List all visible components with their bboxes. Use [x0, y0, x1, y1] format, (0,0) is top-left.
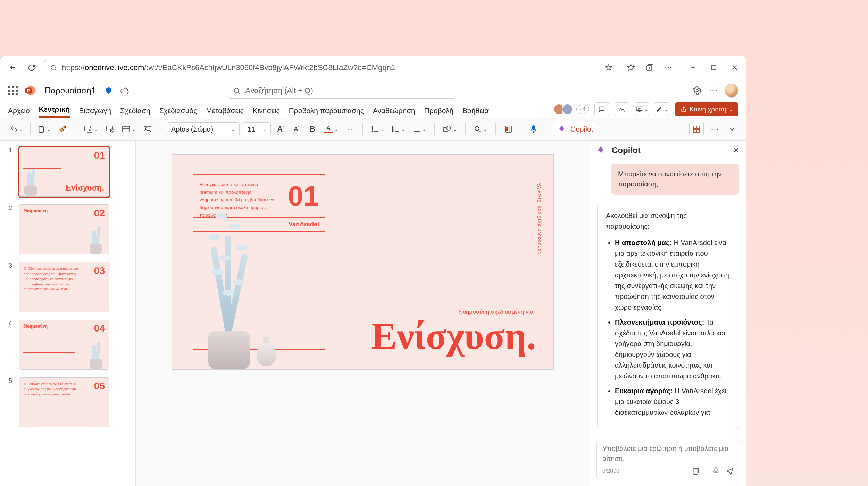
bold-button[interactable]: B	[306, 122, 319, 136]
thumbnail-2[interactable]: 2Νοημοσύνη02	[9, 204, 127, 254]
favorites-icon[interactable]	[625, 61, 637, 74]
copilot-bullet: Η αποστολή μας: Η VanArsdel είναι μια αρ…	[615, 237, 731, 313]
ribbon-collapse-button[interactable]	[726, 122, 738, 136]
toolbar-more-button[interactable]: ⋯	[709, 122, 721, 136]
svg-rect-41	[509, 127, 510, 129]
picture-button[interactable]	[141, 122, 154, 136]
undo-button[interactable]	[8, 122, 25, 136]
favorite-icon[interactable]	[605, 64, 612, 72]
shapes-button[interactable]	[441, 122, 459, 136]
reuse-slides-button[interactable]	[104, 122, 116, 136]
font-color-button[interactable]: A	[322, 122, 340, 136]
copilot-mic-icon[interactable]	[712, 467, 719, 475]
user-avatar[interactable]	[725, 84, 738, 98]
svg-rect-42	[509, 129, 510, 131]
copilot-response: Ακολουθεί μια σύνοψη της παρουσίασης: Η …	[597, 203, 739, 429]
present-button[interactable]	[635, 102, 649, 116]
new-slide-button[interactable]	[82, 122, 100, 136]
slide-canvas-area[interactable]: Η συγχώνευση περιεχομένου premium και πρ…	[136, 141, 590, 486]
copilot-cards-icon[interactable]	[692, 467, 700, 475]
copilot-ribbon-button[interactable]: Copilot	[553, 122, 599, 136]
thumbnail-preview[interactable]: Νοημοσύνη02	[19, 204, 109, 254]
ribbon-tab-κεντρική[interactable]: Κεντρική	[39, 105, 70, 118]
sensitivity-icon[interactable]	[105, 86, 112, 95]
increase-font-button[interactable]: Aˆ	[274, 122, 287, 136]
save-status-icon[interactable]	[120, 87, 130, 94]
address-bar[interactable]: https://onedrive.live.com/:w:/t/EaCKkPs6…	[44, 60, 618, 75]
presence-avatars[interactable]: +4	[556, 104, 589, 115]
ribbon-tab-κινήσεις[interactable]: Κινήσεις	[253, 107, 280, 118]
share-button[interactable]: Κοινή χρήση ⌄	[675, 102, 738, 116]
app-launcher-icon[interactable]	[8, 86, 18, 95]
decrease-font-button[interactable]: Aˇ	[290, 122, 303, 136]
thumbnail-panel[interactable]: 1Ενίσχυση.012Νοημοσύνη023Οι Εξατομικευμέ…	[0, 141, 136, 486]
ribbon-tab-αρχείο[interactable]: Αρχείο	[8, 107, 30, 118]
thumbnail-number: 4	[9, 320, 15, 370]
thumbnail-preview[interactable]: Η Εστίαση επιτυγχάνει το επίπεδο συγκέντ…	[19, 377, 109, 427]
collections-icon[interactable]	[643, 61, 656, 74]
format-painter-button[interactable]	[56, 122, 69, 136]
copilot-body[interactable]: Μπορείτε να συνοψίσετε αυτή την παρουσία…	[590, 160, 746, 434]
dictate-button[interactable]	[527, 122, 540, 136]
app-header: P Παρουσίαση1 Αναζήτηση (Alt + Q) ⋯	[0, 79, 746, 102]
numbering-button[interactable]: 123	[390, 122, 407, 136]
comments-button[interactable]	[594, 102, 609, 116]
ribbon-tab-μεταβάσεις[interactable]: Μεταβάσεις	[206, 107, 243, 118]
font-more-button[interactable]: ⋯	[344, 122, 356, 136]
ribbon-tab-προβολή παρουσίασης[interactable]: Προβολή παρουσίασης	[289, 107, 364, 118]
ribbon-tab-βοήθεια[interactable]: Βοήθεια	[462, 107, 489, 118]
copilot-label: Copilot	[570, 125, 593, 133]
svg-rect-47	[693, 129, 696, 132]
svg-point-15	[110, 129, 114, 132]
close-window-button[interactable]	[729, 62, 740, 73]
presence-overflow[interactable]: +4	[576, 105, 589, 114]
svg-rect-45	[693, 126, 696, 129]
share-label: Κοινή χρήση	[690, 106, 726, 113]
layout-button[interactable]	[120, 122, 138, 136]
font-name-select[interactable]: Aptos (Σώμα)	[167, 122, 240, 136]
align-button[interactable]	[411, 122, 428, 136]
catchup-button[interactable]	[615, 102, 629, 116]
back-button[interactable]	[7, 61, 19, 74]
plant-image	[187, 210, 299, 369]
document-title[interactable]: Παρουσίαση1	[45, 86, 96, 95]
svg-rect-43	[532, 125, 535, 130]
refresh-button[interactable]	[25, 61, 38, 74]
browser-more-icon[interactable]: ⋯	[662, 61, 675, 74]
copilot-send-icon[interactable]	[726, 467, 734, 475]
minimize-button[interactable]	[688, 62, 698, 73]
copilot-title: Copilot	[612, 145, 641, 155]
thumbnail-preview[interactable]: Νοημοσύνη04	[19, 320, 109, 370]
ribbon-tab-σχεδίαση[interactable]: Σχεδίαση	[120, 107, 150, 118]
browser-window: https://onedrive.live.com/:w:/t/EaCKkPs6…	[0, 56, 746, 486]
copilot-input[interactable]: Υποβάλετε μια ερώτηση ή υποβάλετε μια αί…	[596, 439, 740, 480]
ribbon-tab-σχεδιασμός[interactable]: Σχεδιασμός	[159, 107, 197, 118]
search-input[interactable]: Αναζήτηση (Alt + Q)	[227, 83, 456, 99]
search-placeholder: Αναζήτηση (Alt + Q)	[245, 86, 313, 95]
svg-rect-48	[697, 129, 700, 132]
ribbon-tab-προβολή[interactable]: Προβολή	[424, 107, 453, 118]
view-mode-button[interactable]	[689, 122, 704, 136]
slide[interactable]: Η συγχώνευση περιεχομένου premium και πρ…	[172, 154, 554, 370]
thumbnail-5[interactable]: 5Η Εστίαση επιτυγχάνει το επίπεδο συγκέν…	[9, 377, 127, 427]
thumbnail-3[interactable]: 3Οι Εξατομικευμένες εμπειρίες είναι προσ…	[9, 262, 127, 312]
thumbnail-preview[interactable]: Ενίσχυση.01	[19, 147, 109, 197]
settings-icon[interactable]	[693, 86, 702, 95]
find-button[interactable]	[472, 122, 489, 136]
copilot-close-icon[interactable]: ✕	[733, 146, 739, 154]
ribbon-tab-αναθεώρηση[interactable]: Αναθεώρηση	[373, 107, 415, 118]
thumbnail-1[interactable]: 1Ενίσχυση.01	[9, 147, 127, 197]
bullets-button[interactable]	[369, 122, 386, 136]
copilot-char-counter: 0/2000	[602, 468, 619, 474]
svg-point-23	[372, 128, 373, 129]
header-more-icon[interactable]: ⋯	[709, 85, 718, 96]
thumbnail-4[interactable]: 4Νοημοσύνη04	[9, 320, 127, 370]
ribbon-tab-εισαγωγή[interactable]: Εισαγωγή	[79, 107, 111, 118]
thumbnail-preview[interactable]: Οι Εξατομικευμένες εμπειρίες είναι προσα…	[19, 262, 109, 312]
maximize-button[interactable]	[709, 62, 719, 73]
designer-button[interactable]	[502, 122, 515, 136]
editing-mode-button[interactable]	[655, 102, 669, 116]
font-size-select[interactable]: 11	[243, 122, 271, 136]
powerpoint-logo-icon[interactable]: P	[25, 85, 36, 96]
paste-button[interactable]	[35, 122, 53, 136]
